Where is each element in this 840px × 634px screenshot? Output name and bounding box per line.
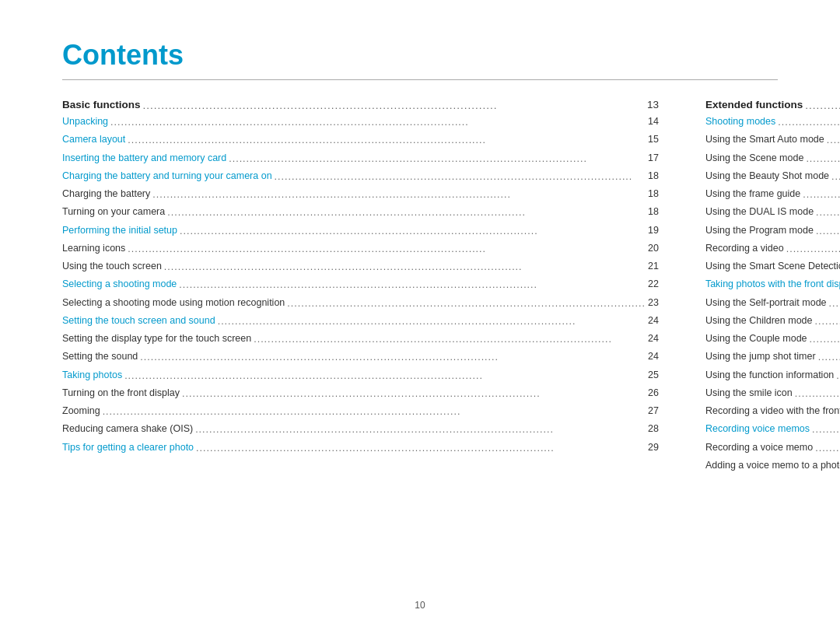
item-label: Taking photos with the front display: [705, 276, 840, 292]
list-item: Using the function information .........…: [705, 367, 840, 384]
list-item: Setting the display type for the touch s…: [62, 331, 659, 347]
item-dots: ........................................…: [164, 259, 646, 275]
item-dots: ........................................…: [786, 241, 840, 257]
list-item: Adding a voice memo to a photo .........…: [705, 457, 840, 474]
item-label: Taking photos: [62, 367, 122, 384]
item-dots: ........................................…: [182, 386, 646, 402]
item-dots: ........................................…: [152, 187, 646, 203]
item-label: Using the Couple mode: [705, 331, 807, 347]
list-item: Recording a voice memo .................…: [705, 440, 840, 456]
item-label: Charging the battery: [62, 186, 150, 202]
item-label: Using the Program mode: [705, 222, 814, 239]
item-label: Charging the battery and turning your ca…: [62, 168, 272, 184]
item-label: Selecting a shooting mode: [62, 276, 177, 292]
item-dots: ........................................…: [818, 349, 840, 366]
item-dots: ........................................…: [829, 296, 840, 312]
list-item[interactable]: Camera layout ..........................…: [62, 131, 659, 148]
item-dots: ........................................…: [803, 187, 840, 203]
item-label: Turning on your camera: [62, 204, 165, 220]
list-item[interactable]: Inserting the battery and memory card ..…: [62, 150, 659, 166]
item-page: 18: [648, 168, 659, 184]
item-label: Tips for getting a clearer photo: [62, 440, 194, 456]
item-dots: ........................................…: [827, 132, 840, 149]
list-item: Using the Scene mode ...................…: [705, 150, 840, 166]
list-item: Using the Smart Scene Detection mode for…: [705, 258, 840, 275]
item-label: Selecting a shooting mode using motion r…: [62, 295, 285, 311]
item-dots: ........................................…: [140, 349, 646, 366]
item-label: Recording a voice memo: [705, 440, 813, 456]
toc-columns: Basic functions ........................…: [62, 99, 778, 475]
list-item: Recording a video ......................…: [705, 240, 840, 257]
item-label: Camera layout: [62, 131, 125, 148]
item-dots: ........................................…: [179, 277, 646, 293]
item-dots: ........................................…: [815, 313, 841, 330]
item-page: 27: [648, 403, 659, 419]
list-item: Using the DUAL IS mode .................…: [705, 204, 840, 220]
page-title: Contents: [62, 39, 778, 72]
list-item: Using the jump shot timer ..............…: [705, 349, 840, 365]
item-page: 18: [648, 204, 659, 220]
item-label: Using the Smart Auto mode: [705, 131, 824, 148]
item-label: Adding a voice memo to a photo: [705, 457, 840, 474]
item-dots: ........................................…: [816, 223, 840, 240]
item-page: 23: [648, 295, 659, 311]
item-dots: ........................................…: [816, 205, 840, 221]
item-label: Setting the display type for the touch s…: [62, 331, 251, 347]
item-label: Setting the touch screen and sound: [62, 313, 215, 329]
list-item: Using the smile icon ...................…: [705, 385, 840, 401]
item-page: 28: [648, 421, 659, 437]
item-label: Performing the initial setup: [62, 222, 177, 239]
item-dots: ........................................…: [110, 114, 646, 131]
item-dots: ........................................…: [103, 404, 646, 420]
item-page: 14: [648, 114, 659, 130]
item-page: 24: [648, 313, 659, 329]
list-item[interactable]: Tips for getting a clearer photo .......…: [62, 440, 659, 456]
item-dots: ........................................…: [810, 331, 840, 348]
item-label: Using the DUAL IS mode: [705, 204, 814, 220]
item-label: Using the Self-portrait mode: [705, 295, 827, 311]
list-item: Recording a video with the front display…: [705, 403, 840, 419]
item-dots: ........................................…: [195, 422, 646, 438]
list-item: Using the touch screen .................…: [62, 258, 659, 275]
item-dots: ........................................…: [254, 331, 646, 348]
list-item[interactable]: Performing the initial setup ...........…: [62, 222, 659, 239]
list-item[interactable]: Charging the battery and turning your ca…: [62, 168, 659, 184]
item-label: Recording a video with the front display: [705, 403, 840, 419]
right-header-dots: ........................................…: [805, 100, 840, 111]
item-dots: ........................................…: [275, 169, 646, 185]
list-item[interactable]: Recording voice memos ..................…: [705, 421, 840, 437]
item-label: Using the function information: [705, 367, 834, 384]
item-label: Zooming: [62, 403, 100, 419]
item-dots: ........................................…: [836, 368, 840, 384]
item-label: Using the jump shot timer: [705, 349, 816, 365]
item-page: 19: [648, 222, 659, 239]
item-page: 15: [648, 131, 659, 148]
item-page: 24: [648, 349, 659, 365]
list-item[interactable]: Selecting a shooting mode ..............…: [62, 276, 659, 292]
list-item[interactable]: Setting the touch screen and sound .....…: [62, 313, 659, 329]
list-item: Using the Program mode .................…: [705, 222, 840, 239]
list-item[interactable]: Taking photos with the front display ...…: [705, 276, 840, 292]
item-dots: ........................................…: [218, 313, 646, 330]
item-page: 24: [648, 331, 659, 347]
item-page: 20: [648, 240, 659, 257]
item-page: 29: [648, 440, 659, 456]
list-item: Using the Self-portrait mode ...........…: [705, 295, 840, 311]
item-label: Using the Children mode: [705, 313, 813, 329]
item-page: 21: [648, 258, 659, 275]
list-item: Using the Smart Auto mode ..............…: [705, 131, 840, 148]
list-item[interactable]: Taking photos ..........................…: [62, 367, 659, 384]
list-item[interactable]: Unpacking ..............................…: [62, 114, 659, 130]
list-item: Charging the battery ...................…: [62, 186, 659, 202]
item-dots: ........................................…: [831, 169, 840, 185]
item-dots: ........................................…: [229, 151, 646, 167]
item-label: Learning icons: [62, 240, 125, 257]
item-label: Using the frame guide: [705, 186, 800, 202]
left-header-label: Basic functions: [62, 99, 141, 110]
item-label: Setting the sound: [62, 349, 138, 365]
item-dots: ........................................…: [806, 151, 840, 167]
item-page: 17: [648, 150, 659, 166]
list-item[interactable]: Shooting modes .........................…: [705, 114, 840, 130]
left-header-dots: ........................................…: [143, 100, 645, 111]
item-dots: ........................................…: [167, 205, 646, 221]
